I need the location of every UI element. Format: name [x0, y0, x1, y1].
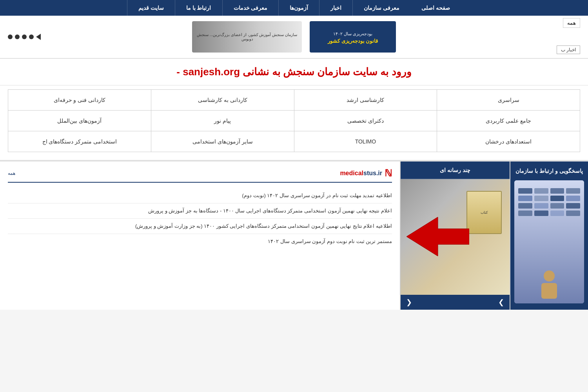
- category-tolimo[interactable]: TOLIMO: [294, 131, 437, 152]
- pasokh-title: پاسخگویی و ارتباط با سازمان: [515, 168, 583, 174]
- media-image-inner: کتاب: [401, 179, 510, 295]
- category-row-3: استعدادهای درخشان TOLIMO سایر آزمون‌های …: [8, 131, 580, 152]
- category-row-1: سراسری کارشناسی ارشد کاردانی به کارشناسی…: [8, 89, 580, 111]
- hero-dot-1[interactable]: [29, 34, 34, 39]
- news-more-link[interactable]: همه: [8, 171, 15, 176]
- category-jame-elmi[interactable]: جامع علمی کاربردی: [437, 111, 580, 131]
- news-label-badge: همه: [563, 20, 580, 26]
- nav-azmonha[interactable]: آزمون‌ها: [278, 0, 319, 16]
- akhbar-badge: اخبار ب: [557, 45, 580, 54]
- news-header: ℕ medicalstus.ir همه: [8, 168, 392, 183]
- svg-point-0: [544, 270, 555, 281]
- hero-banner-content: بودجه‌ریزی سال ۱۴۰۲ قانون بودجه‌ریزی کشو…: [8, 21, 580, 53]
- nav-moarrefi-sazman[interactable]: معرفی سازمان: [352, 0, 410, 16]
- category-beinolmelal[interactable]: آزمون‌های بین‌الملل: [8, 111, 151, 131]
- nav-khaDamat[interactable]: معرفی خدمات: [222, 0, 279, 16]
- hero-image-1: بودجه‌ریزی سال ۱۴۰۲ قانون بودجه‌ریزی کشو…: [310, 21, 396, 53]
- category-estedad[interactable]: استعدادهای درخشان: [437, 131, 580, 152]
- svg-marker-2: [407, 217, 469, 256]
- category-sayr-azmon[interactable]: سایر آزمون‌های استخدامی: [151, 131, 294, 152]
- news-item-4[interactable]: مستمر ترین ثبت نام نوبت دوم آزمون سراسری…: [8, 234, 392, 249]
- category-karshenasi-arshad[interactable]: کارشناسی ارشد: [294, 90, 437, 110]
- page-title: ورود به سایت سازمان سنجش به نشانی sanjes…: [8, 66, 580, 78]
- nav-site-ghadim[interactable]: سایت قدیم: [127, 0, 175, 16]
- book-image: کتاب: [466, 191, 502, 234]
- news-item-3[interactable]: اطلاعیه اعلام نتایج نهایی نهمین آزمون اس…: [8, 219, 392, 234]
- section-media: چند رسانه ای کتاب ❯ ❮: [400, 162, 510, 310]
- news-logo-text: medicalstus.ir: [340, 170, 382, 177]
- category-kardani-be-karshenasi[interactable]: کاردانی به کارشناسی: [151, 90, 294, 110]
- bottom-section: پاسخگویی و ارتباط با سازمان: [0, 161, 588, 310]
- person-icon: [537, 268, 561, 299]
- hero-dot-2[interactable]: [22, 34, 27, 39]
- hero-banner: بودجه‌ریزی سال ۱۴۰۲ قانون بودجه‌ریزی کشو…: [0, 16, 588, 59]
- category-sarasari[interactable]: سراسری: [437, 90, 580, 110]
- media-next-button[interactable]: ❯: [498, 298, 504, 307]
- hero-prev-icon[interactable]: [36, 34, 41, 40]
- category-estekdam[interactable]: استخدامی متمرکز دستگاه‌های اج: [8, 131, 151, 152]
- category-row-2: جامع علمی کاربردی دکترای تخصصی پیام نور …: [8, 111, 580, 131]
- nav-akhbar[interactable]: اخبار: [319, 0, 352, 16]
- pasokh-icon-area: [514, 180, 584, 303]
- category-grid: سراسری کارشناسی ارشد کاردانی به کارشناسی…: [0, 85, 588, 161]
- nav-ertebat[interactable]: ارتباط با ما: [175, 0, 222, 16]
- category-kardani-fani[interactable]: کاردانی فنی و حرفه‌ای: [8, 90, 151, 110]
- category-payam-noor[interactable]: پیام نور: [151, 111, 294, 131]
- section-pasokh: پاسخگویی و ارتباط با سازمان: [510, 162, 588, 310]
- hero-image-2: سازمان سنجش آموزش کشور، از اعضای بزرگ‌تر…: [192, 21, 302, 53]
- news-item-2[interactable]: اعلام نتیجه نهایی نهمین آزمون استخدامی م…: [8, 203, 392, 219]
- hero-banner-desc: سازمان سنجش آموزش کشور، از اعضای بزرگ‌تر…: [192, 29, 302, 44]
- hero-dot-3[interactable]: [15, 34, 20, 39]
- section-news: ℕ medicalstus.ir همه اطلاعیه تمدید مهلت …: [0, 162, 400, 310]
- hero-pagination: [8, 34, 42, 40]
- top-nav: صفحه اصلی معرفی سازمان اخبار آزمون‌ها مع…: [0, 0, 588, 16]
- hero-label-text: بودجه‌ریزی سال ۱۴۰۲: [332, 30, 374, 38]
- news-logo-icon: ℕ: [385, 168, 392, 179]
- news-item-1[interactable]: اطلاعیه تمدید مهلت ثبت نام در آزمون سراس…: [8, 188, 392, 203]
- red-arrow-icon: [407, 217, 469, 257]
- news-logo: ℕ medicalstus.ir: [340, 168, 392, 179]
- svg-rect-1: [541, 283, 557, 299]
- media-nav-controls: ❯ ❮: [401, 295, 510, 310]
- main-heading: ورود به سایت سازمان سنجش به نشانی sanjes…: [0, 59, 588, 85]
- category-doktora[interactable]: دکترای تخصصی: [294, 111, 437, 131]
- hero-dot-4[interactable]: [8, 34, 13, 39]
- media-image-area: کتاب: [401, 179, 510, 295]
- nav-sarasari[interactable]: صفحه اصلی: [410, 0, 461, 16]
- media-prev-button[interactable]: ❮: [406, 298, 412, 307]
- media-title: چند رسانه ای: [401, 162, 510, 179]
